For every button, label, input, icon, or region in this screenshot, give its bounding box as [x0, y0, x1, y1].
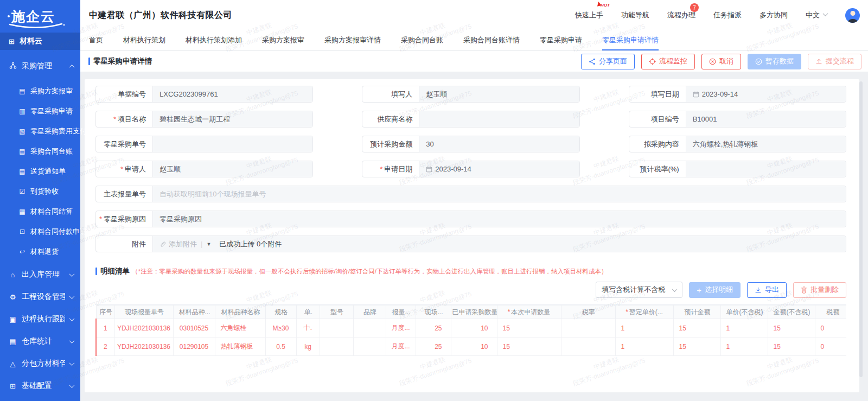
- sidebar-subitem[interactable]: ▥ 零星采购申请: [0, 101, 80, 121]
- sidebar-subitem[interactable]: ▤ 采购合同台账: [0, 141, 80, 161]
- sidebar-subitem[interactable]: ▤ 送货通知单: [0, 161, 80, 181]
- nav-multi-collab[interactable]: 多方协同: [760, 10, 788, 20]
- nav-task-assign[interactable]: 任务指派: [713, 10, 742, 20]
- sidebar-group[interactable]: ⌂ 出入库管理: [0, 267, 80, 282]
- est-amount-input[interactable]: 30: [419, 136, 579, 152]
- calendar-icon: [426, 166, 432, 173]
- sidebar-group[interactable]: ▤ 仓库统计: [0, 334, 80, 349]
- menu-group-icon: ⌂: [9, 271, 17, 279]
- sidebar-subitem-label: 零星采购费用支付: [30, 126, 87, 136]
- tax-mode-select[interactable]: 填写含税计算不含税: [596, 282, 682, 298]
- sidebar-subitem[interactable]: ☑ 到货验收: [0, 181, 80, 201]
- vertical-scrollbar[interactable]: [859, 81, 863, 377]
- required-star: *: [99, 215, 102, 223]
- caret-down-icon[interactable]: ▼: [206, 241, 211, 247]
- cell-tax-rate[interactable]: [561, 319, 615, 338]
- detail-table-wrapper: 序号现场报量单号材料品种...材料品种名称规格单.型号品牌报量...现场...已…: [95, 304, 846, 356]
- sidebar-subitem[interactable]: ↩ 材料退货: [0, 241, 80, 262]
- divider: |: [201, 240, 202, 248]
- cell-current-qty[interactable]: 15: [497, 319, 561, 338]
- cell-tentative-price[interactable]: 1: [615, 338, 673, 356]
- field-apply-date: *申请日期 2023-09-14: [362, 161, 579, 177]
- cell-tentative-price[interactable]: 1: [615, 319, 673, 338]
- sidebar-subitem-label: 采购方案报审: [30, 86, 73, 96]
- sidebar-group[interactable]: ⊞ 基础配置: [0, 378, 80, 393]
- save-draft-button[interactable]: 暂存数据: [748, 54, 801, 69]
- tab-plan-audit[interactable]: 采购方案报审: [262, 30, 304, 50]
- cell-applied-qty: 10: [451, 319, 497, 338]
- sidebar-group-procurement[interactable]: 采购管理: [0, 59, 80, 74]
- tab-contract-ledger-detail[interactable]: 采购合同台账详情: [463, 30, 520, 50]
- cell-site-qty: 25: [416, 338, 451, 356]
- table-header-cell: 已申请采购数量: [451, 305, 497, 319]
- menu-item-icon: ▥: [18, 107, 26, 115]
- est-tax-input[interactable]: [686, 161, 846, 177]
- filler-input[interactable]: 赵玉顺: [419, 86, 579, 102]
- table-header-cell: 材料品种名称: [215, 305, 265, 319]
- batch-delete-button[interactable]: 批量删除: [793, 282, 846, 298]
- field-label: 填写日期: [651, 90, 679, 99]
- tab-sporadic-purchase-detail[interactable]: 零星采购申请详情: [602, 30, 659, 50]
- cell-tax-amount: 0: [815, 319, 846, 338]
- sidebar-group[interactable]: ▣ 过程执行跟踪: [0, 311, 80, 327]
- report-no-input[interactable]: 自动获取明细前10个现场报量单号: [152, 186, 846, 202]
- cell-tax-rate[interactable]: [561, 338, 615, 356]
- table-header-cell: 型号: [320, 305, 353, 319]
- table-row[interactable]: 2 YDJH2021030136 01290105 热轧薄钢板 0.5 kg 月…: [96, 338, 846, 356]
- process-monitor-button[interactable]: 流程监控: [641, 54, 695, 69]
- apply-date-input[interactable]: 2023-09-14: [419, 161, 579, 177]
- share-page-button[interactable]: 分享页面: [581, 54, 635, 69]
- sidebar-subitem[interactable]: ⊡ 材料合同付款申请: [0, 221, 80, 241]
- menu-item-icon: ▤: [18, 148, 26, 155]
- tab-plan-audit-detail[interactable]: 采购方案报审详情: [324, 30, 381, 50]
- tab-contract-ledger[interactable]: 采购合同台账: [401, 30, 443, 50]
- menu-group-icon: ▣: [9, 315, 17, 323]
- select-detail-button[interactable]: + 选择明细: [689, 282, 741, 298]
- tab-sporadic-purchase[interactable]: 零星采购申请: [540, 30, 582, 50]
- sidebar-product-material-cloud[interactable]: ⊞ 材料云: [0, 33, 80, 50]
- close-circle-icon: [709, 58, 716, 65]
- purchase-no-input[interactable]: [152, 136, 312, 152]
- attachment-status: 已成功上传 0个附件: [219, 239, 282, 249]
- sidebar-subitem[interactable]: ▤ 采购方案报审: [0, 81, 80, 101]
- cell-spec: 0.5: [265, 338, 296, 356]
- nav-process-handling[interactable]: 流程办理 7: [667, 10, 695, 20]
- sidebar-subitem-label: 材料合同结算: [30, 207, 73, 217]
- applicant-input[interactable]: 赵玉顺: [152, 161, 312, 177]
- table-row[interactable]: 1 YDJH2021030136 03010525 六角螺栓 M≥30 十. 月…: [96, 319, 846, 338]
- sidebar-group[interactable]: △ 分包方材料管理: [0, 356, 80, 371]
- project-no-input[interactable]: B10001: [686, 111, 846, 127]
- field-label: 申请人: [125, 164, 146, 174]
- chevron-down-icon: [69, 383, 75, 388]
- cell-report-no: YDJH2021030136: [114, 338, 173, 356]
- table-header-cell: 税率: [561, 305, 615, 319]
- menu-item-icon: ▤: [18, 87, 26, 95]
- cell-current-qty[interactable]: 15: [497, 338, 561, 356]
- sidebar-subitem-label: 送货通知单: [30, 167, 66, 176]
- table-header-cell: 预计金额: [673, 305, 720, 319]
- language-selector[interactable]: 中文: [806, 10, 827, 20]
- supplier-input[interactable]: [419, 111, 579, 127]
- submit-process-button[interactable]: 提交流程: [808, 54, 861, 69]
- cell-price-excl-tax: 1: [720, 338, 768, 356]
- field-report-no: 主表报量单号 自动获取明细前10个现场报量单号: [95, 186, 846, 202]
- export-button[interactable]: 导出: [747, 282, 787, 298]
- tab-material-plan[interactable]: 材料执行策划: [123, 30, 165, 50]
- purchase-content-input[interactable]: 六角螺栓,热轧薄钢板: [686, 136, 846, 152]
- project-name-input[interactable]: 碧桂园生态城一期工程: [152, 111, 312, 127]
- user-avatar[interactable]: [845, 8, 860, 23]
- add-attachment-link[interactable]: 添加附件: [169, 239, 197, 249]
- fill-date-input[interactable]: 2023-09-14: [686, 86, 846, 102]
- sidebar-subitem[interactable]: ▧ 零星采购费用支付: [0, 121, 80, 141]
- sidebar-group[interactable]: ⚙ 工程设备管理: [0, 289, 80, 304]
- nav-function-guide[interactable]: 功能导航: [621, 10, 649, 20]
- tab-home[interactable]: 首页: [89, 30, 103, 50]
- nav-quick-start[interactable]: 快速上手 HOT: [575, 10, 603, 20]
- bill-no-input[interactable]: LXCG2023099761: [152, 86, 312, 102]
- tab-material-plan-add[interactable]: 材料执行策划添加: [186, 30, 242, 50]
- cancel-button[interactable]: 取消: [701, 54, 741, 69]
- sidebar-subitem[interactable]: ▦ 材料合同结算: [0, 201, 80, 221]
- table-header-cell: *本次申请数量: [497, 305, 561, 319]
- logo-swoosh-icon: [9, 23, 65, 29]
- reason-input[interactable]: 零星采购原因: [152, 211, 846, 227]
